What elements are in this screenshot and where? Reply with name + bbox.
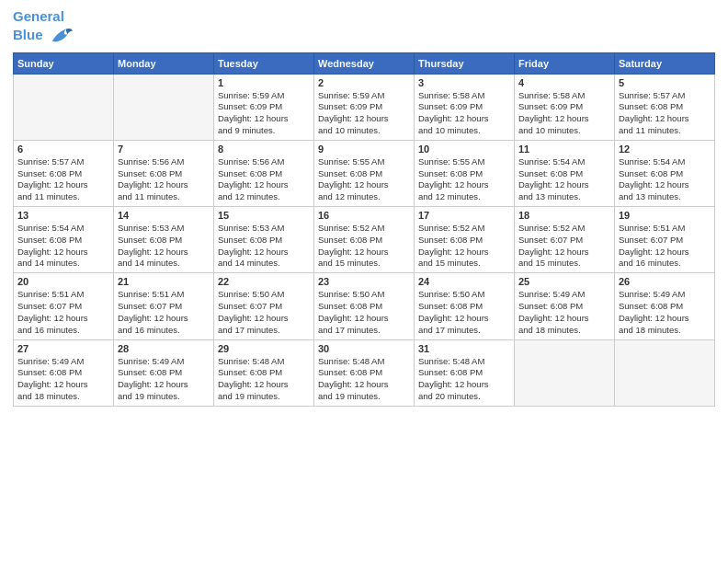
calendar-week-row: 20Sunrise: 5:51 AM Sunset: 6:07 PM Dayli… (14, 273, 715, 339)
day-info: Sunrise: 5:56 AM Sunset: 6:08 PM Dayligh… (218, 156, 310, 203)
day-info: Sunrise: 5:50 AM Sunset: 6:08 PM Dayligh… (418, 289, 510, 336)
logo-blue: Blue (13, 25, 74, 47)
day-number: 11 (518, 144, 610, 155)
calendar-day-4: 4Sunrise: 5:58 AM Sunset: 6:09 PM Daylig… (515, 74, 615, 140)
calendar-day-26: 26Sunrise: 5:49 AM Sunset: 6:08 PM Dayli… (615, 273, 715, 339)
day-info: Sunrise: 5:56 AM Sunset: 6:08 PM Dayligh… (118, 156, 210, 203)
day-info: Sunrise: 5:57 AM Sunset: 6:08 PM Dayligh… (17, 156, 109, 203)
day-number: 1 (218, 77, 310, 88)
calendar-day-5: 5Sunrise: 5:57 AM Sunset: 6:08 PM Daylig… (615, 74, 715, 140)
day-number: 28 (118, 343, 210, 354)
day-number: 6 (17, 144, 109, 155)
calendar-week-row: 1Sunrise: 5:59 AM Sunset: 6:09 PM Daylig… (14, 74, 715, 140)
day-info: Sunrise: 5:50 AM Sunset: 6:07 PM Dayligh… (218, 289, 310, 336)
calendar-day-10: 10Sunrise: 5:55 AM Sunset: 6:08 PM Dayli… (415, 140, 515, 206)
day-info: Sunrise: 5:52 AM Sunset: 6:08 PM Dayligh… (418, 223, 510, 270)
calendar-empty-cell (114, 74, 214, 140)
day-info: Sunrise: 5:48 AM Sunset: 6:08 PM Dayligh… (418, 356, 510, 403)
calendar-day-1: 1Sunrise: 5:59 AM Sunset: 6:09 PM Daylig… (214, 74, 314, 140)
day-number: 29 (218, 343, 310, 354)
day-info: Sunrise: 5:54 AM Sunset: 6:08 PM Dayligh… (17, 223, 109, 270)
weekday-header-tuesday: Tuesday (214, 52, 314, 74)
day-info: Sunrise: 5:53 AM Sunset: 6:08 PM Dayligh… (218, 223, 310, 270)
calendar-day-29: 29Sunrise: 5:48 AM Sunset: 6:08 PM Dayli… (214, 339, 314, 406)
calendar-week-row: 13Sunrise: 5:54 AM Sunset: 6:08 PM Dayli… (14, 207, 715, 273)
day-info: Sunrise: 5:51 AM Sunset: 6:07 PM Dayligh… (118, 289, 210, 336)
calendar-empty-cell (14, 74, 114, 140)
day-number: 25 (518, 276, 610, 287)
day-info: Sunrise: 5:50 AM Sunset: 6:08 PM Dayligh… (318, 289, 410, 336)
calendar-day-13: 13Sunrise: 5:54 AM Sunset: 6:08 PM Dayli… (14, 207, 114, 273)
calendar-day-25: 25Sunrise: 5:49 AM Sunset: 6:08 PM Dayli… (515, 273, 615, 339)
calendar-day-23: 23Sunrise: 5:50 AM Sunset: 6:08 PM Dayli… (314, 273, 415, 339)
day-info: Sunrise: 5:49 AM Sunset: 6:08 PM Dayligh… (518, 289, 610, 336)
calendar-day-9: 9Sunrise: 5:55 AM Sunset: 6:08 PM Daylig… (314, 140, 415, 206)
calendar-day-6: 6Sunrise: 5:57 AM Sunset: 6:08 PM Daylig… (14, 140, 114, 206)
calendar-day-24: 24Sunrise: 5:50 AM Sunset: 6:08 PM Dayli… (415, 273, 515, 339)
calendar-header-row: SundayMondayTuesdayWednesdayThursdayFrid… (14, 52, 715, 74)
day-info: Sunrise: 5:51 AM Sunset: 6:07 PM Dayligh… (619, 223, 711, 270)
day-number: 12 (619, 144, 711, 155)
logo: General Blue (13, 9, 74, 47)
day-number: 4 (518, 77, 610, 88)
day-number: 3 (418, 77, 510, 88)
calendar-day-22: 22Sunrise: 5:50 AM Sunset: 6:07 PM Dayli… (214, 273, 314, 339)
day-info: Sunrise: 5:49 AM Sunset: 6:08 PM Dayligh… (17, 356, 109, 403)
calendar-day-28: 28Sunrise: 5:49 AM Sunset: 6:08 PM Dayli… (114, 339, 214, 406)
calendar-day-8: 8Sunrise: 5:56 AM Sunset: 6:08 PM Daylig… (214, 140, 314, 206)
day-number: 18 (518, 210, 610, 221)
calendar-day-16: 16Sunrise: 5:52 AM Sunset: 6:08 PM Dayli… (314, 207, 415, 273)
day-number: 2 (318, 77, 410, 88)
day-number: 16 (318, 210, 410, 221)
calendar-week-row: 27Sunrise: 5:49 AM Sunset: 6:08 PM Dayli… (14, 339, 715, 406)
calendar-day-21: 21Sunrise: 5:51 AM Sunset: 6:07 PM Dayli… (114, 273, 214, 339)
weekday-header-monday: Monday (114, 52, 214, 74)
calendar-day-19: 19Sunrise: 5:51 AM Sunset: 6:07 PM Dayli… (615, 207, 715, 273)
weekday-header-thursday: Thursday (415, 52, 515, 74)
day-number: 7 (118, 144, 210, 155)
calendar-day-14: 14Sunrise: 5:53 AM Sunset: 6:08 PM Dayli… (114, 207, 214, 273)
calendar-day-2: 2Sunrise: 5:59 AM Sunset: 6:09 PM Daylig… (314, 74, 415, 140)
calendar-day-18: 18Sunrise: 5:52 AM Sunset: 6:07 PM Dayli… (515, 207, 615, 273)
logo-text: General (13, 9, 74, 25)
day-info: Sunrise: 5:53 AM Sunset: 6:08 PM Dayligh… (118, 223, 210, 270)
day-number: 30 (318, 343, 410, 354)
day-info: Sunrise: 5:58 AM Sunset: 6:09 PM Dayligh… (518, 90, 610, 137)
calendar-empty-cell (615, 339, 715, 406)
header: General Blue (13, 9, 715, 47)
page: General Blue SundayMondayTuesdayWednesda… (0, 0, 728, 563)
day-info: Sunrise: 5:49 AM Sunset: 6:08 PM Dayligh… (619, 289, 711, 336)
day-info: Sunrise: 5:57 AM Sunset: 6:08 PM Dayligh… (619, 90, 711, 137)
day-info: Sunrise: 5:54 AM Sunset: 6:08 PM Dayligh… (518, 156, 610, 203)
calendar-day-27: 27Sunrise: 5:49 AM Sunset: 6:08 PM Dayli… (14, 339, 114, 406)
day-number: 21 (118, 276, 210, 287)
day-info: Sunrise: 5:55 AM Sunset: 6:08 PM Dayligh… (418, 156, 510, 203)
day-info: Sunrise: 5:59 AM Sunset: 6:09 PM Dayligh… (318, 90, 410, 137)
day-info: Sunrise: 5:59 AM Sunset: 6:09 PM Dayligh… (218, 90, 310, 137)
day-info: Sunrise: 5:55 AM Sunset: 6:08 PM Dayligh… (318, 156, 410, 203)
day-info: Sunrise: 5:48 AM Sunset: 6:08 PM Dayligh… (218, 356, 310, 403)
day-number: 10 (418, 144, 510, 155)
day-number: 5 (619, 77, 711, 88)
calendar-day-30: 30Sunrise: 5:48 AM Sunset: 6:08 PM Dayli… (314, 339, 415, 406)
day-number: 15 (218, 210, 310, 221)
day-number: 8 (218, 144, 310, 155)
day-number: 14 (118, 210, 210, 221)
weekday-header-saturday: Saturday (615, 52, 715, 74)
calendar-day-12: 12Sunrise: 5:54 AM Sunset: 6:08 PM Dayli… (615, 140, 715, 206)
day-number: 22 (218, 276, 310, 287)
day-info: Sunrise: 5:48 AM Sunset: 6:08 PM Dayligh… (318, 356, 410, 403)
calendar-table: SundayMondayTuesdayWednesdayThursdayFrid… (13, 52, 715, 407)
day-number: 27 (17, 343, 109, 354)
weekday-header-friday: Friday (515, 52, 615, 74)
calendar-day-11: 11Sunrise: 5:54 AM Sunset: 6:08 PM Dayli… (515, 140, 615, 206)
calendar-day-15: 15Sunrise: 5:53 AM Sunset: 6:08 PM Dayli… (214, 207, 314, 273)
day-number: 26 (619, 276, 711, 287)
weekday-header-wednesday: Wednesday (314, 52, 415, 74)
day-number: 23 (318, 276, 410, 287)
calendar-day-17: 17Sunrise: 5:52 AM Sunset: 6:08 PM Dayli… (415, 207, 515, 273)
day-number: 9 (318, 144, 410, 155)
day-info: Sunrise: 5:58 AM Sunset: 6:09 PM Dayligh… (418, 90, 510, 137)
day-info: Sunrise: 5:54 AM Sunset: 6:08 PM Dayligh… (619, 156, 711, 203)
day-number: 31 (418, 343, 510, 354)
